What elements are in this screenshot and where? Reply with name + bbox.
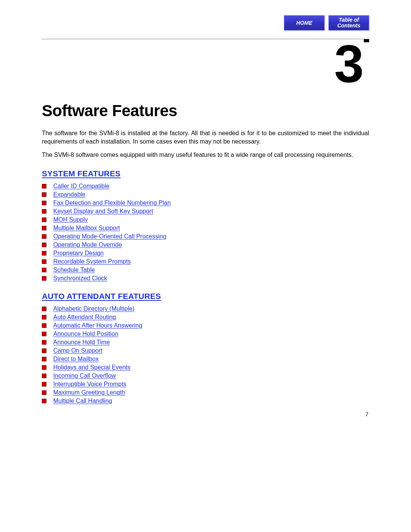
square-bullet-icon (42, 357, 46, 361)
square-bullet-icon (42, 259, 46, 264)
chapter-row: 3 (42, 39, 369, 90)
list-item: Auto Attendant Routing (42, 314, 369, 321)
square-bullet-icon (42, 184, 46, 189)
page-title: Software Features (42, 102, 369, 120)
list-item: Synchronized Clock (42, 275, 369, 282)
list-item: MOH Supply (42, 216, 369, 223)
square-bullet-icon (42, 332, 46, 336)
document-page: HOME Table of Contents 3 Software Featur… (0, 0, 411, 429)
list-item: Schedule Table (42, 267, 369, 273)
square-bullet-icon (42, 192, 46, 197)
list-item: Recordable System Prompts (42, 258, 369, 265)
feature-link[interactable]: Maximum Greeting Length (53, 389, 125, 396)
feature-link[interactable]: Auto Attendant Routing (53, 314, 116, 321)
toc-button[interactable]: Table of Contents (328, 15, 369, 30)
feature-link[interactable]: Operating Mode-Oriented Call Processing (53, 233, 166, 240)
section-heading[interactable]: SYSTEM FEATURES (42, 169, 369, 178)
feature-link[interactable]: Incoming Call Overflow (53, 372, 116, 379)
square-bullet-icon (42, 234, 46, 239)
list-item: Automatic After Hours Answering (42, 322, 369, 329)
list-item: Announce Hold Position (42, 331, 369, 337)
list-item: Multiple Call Handling (42, 398, 369, 404)
list-item: Keyset Display and Soft Key Support (42, 208, 369, 215)
list-item: Announce Hold Time (42, 339, 369, 346)
square-bullet-icon (42, 315, 46, 320)
list-item: Proprietary Design (42, 250, 369, 257)
square-bullet-icon (42, 243, 46, 247)
square-bullet-icon (42, 307, 46, 311)
feature-link[interactable]: Caller ID Compatible (53, 183, 110, 190)
square-bullet-icon (42, 382, 46, 387)
square-bullet-icon (42, 374, 46, 378)
square-bullet-icon (42, 226, 46, 230)
list-item: Operating Mode Override (42, 241, 369, 248)
list-item: Multiple Mailbox Support (42, 225, 369, 232)
list-item: Expandable (42, 191, 369, 198)
home-button[interactable]: HOME (284, 15, 325, 30)
feature-list: Alphabetic Directory (Multiple)Auto Atte… (42, 305, 369, 404)
list-item: Maximum Greeting Length (42, 389, 369, 396)
feature-link[interactable]: Fax Detection and Flexible Numbering Pla… (53, 200, 171, 206)
square-bullet-icon (42, 201, 46, 205)
feature-list: Caller ID CompatibleExpandableFax Detect… (42, 183, 369, 282)
feature-link[interactable]: Automatic After Hours Answering (53, 322, 142, 329)
section-heading[interactable]: AUTO ATTENDANT FEATURES (42, 292, 369, 301)
feature-link[interactable]: Multiple Call Handling (53, 398, 112, 404)
square-bullet-icon (42, 323, 46, 328)
list-item: Operating Mode-Oriented Call Processing (42, 233, 369, 240)
feature-link[interactable]: Expandable (53, 191, 86, 198)
feature-link[interactable]: Schedule Table (53, 267, 95, 273)
page-number: 7 (365, 411, 368, 417)
feature-link[interactable]: Holidays and Special Events (53, 364, 131, 371)
feature-link[interactable]: MOH Supply (53, 216, 88, 223)
feature-link[interactable]: Synchronized Clock (53, 275, 107, 282)
square-bullet-icon (42, 217, 46, 222)
list-item: Caller ID Compatible (42, 183, 369, 190)
list-item: Holidays and Special Events (42, 364, 369, 371)
chapter-mark (364, 39, 369, 42)
home-label: HOME (296, 20, 312, 26)
feature-link[interactable]: Operating Mode Override (53, 241, 122, 248)
feature-link[interactable]: Proprietary Design (53, 250, 104, 257)
list-item: Alphabetic Directory (Multiple) (42, 305, 369, 312)
square-bullet-icon (42, 365, 46, 370)
square-bullet-icon (42, 390, 46, 395)
nav-bar: HOME Table of Contents (42, 15, 369, 30)
square-bullet-icon (42, 268, 46, 272)
feature-link[interactable]: Interruptible Voice Prompts (53, 381, 126, 388)
square-bullet-icon (42, 348, 46, 353)
list-item: Camp On Support (42, 347, 369, 354)
feature-link[interactable]: Announce Hold Time (53, 339, 110, 346)
list-item: Incoming Call Overflow (42, 372, 369, 379)
intro-paragraph-1: The software for the SVMi-8 is installed… (42, 129, 369, 145)
feature-link[interactable]: Multiple Mailbox Support (53, 225, 120, 232)
list-item: Interruptible Voice Prompts (42, 381, 369, 388)
square-bullet-icon (42, 209, 46, 214)
square-bullet-icon (42, 399, 46, 403)
feature-link[interactable]: Alphabetic Directory (Multiple) (53, 305, 134, 312)
square-bullet-icon (42, 276, 46, 281)
list-item: Fax Detection and Flexible Numbering Pla… (42, 200, 369, 206)
square-bullet-icon (42, 251, 46, 256)
feature-link[interactable]: Keyset Display and Soft Key Support (53, 208, 153, 215)
chapter-number: 3 (334, 37, 362, 90)
toc-label-1: Table of (339, 17, 359, 23)
feature-link[interactable]: Direct to Mailbox (53, 356, 99, 363)
feature-link[interactable]: Camp On Support (53, 347, 102, 354)
square-bullet-icon (42, 340, 46, 345)
feature-link[interactable]: Announce Hold Position (53, 331, 118, 337)
toc-label-2: Contents (337, 23, 360, 29)
list-item: Direct to Mailbox (42, 356, 369, 363)
intro-paragraph-2: The SVMi-8 software comes equipped with … (42, 151, 369, 159)
feature-link[interactable]: Recordable System Prompts (53, 258, 131, 265)
